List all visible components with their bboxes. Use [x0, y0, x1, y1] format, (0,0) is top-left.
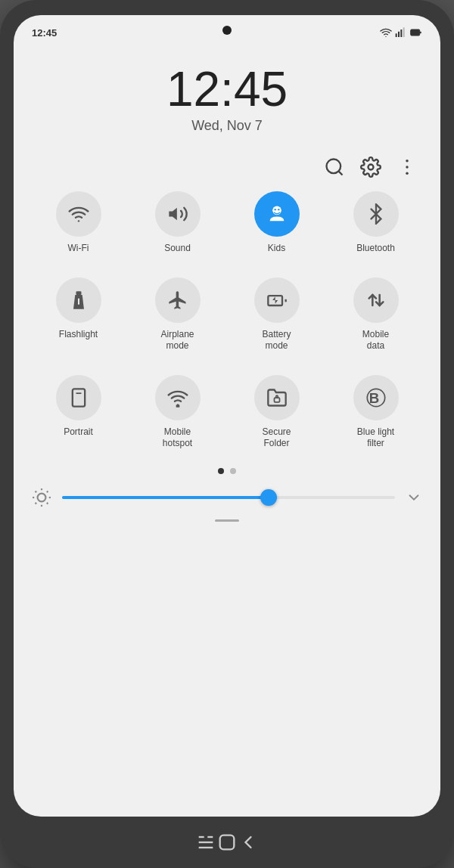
camera-notch: [222, 26, 232, 35]
svg-point-31: [38, 494, 46, 502]
qs-bluelight-circle: B: [353, 375, 399, 420]
svg-point-17: [274, 209, 275, 210]
clock-time: 12:45: [14, 65, 440, 113]
qs-sound-circle: [155, 191, 201, 237]
brightness-thumb[interactable]: [260, 489, 277, 506]
svg-rect-44: [220, 835, 235, 850]
svg-line-35: [47, 503, 48, 504]
svg-rect-3: [400, 29, 402, 37]
svg-point-7: [327, 160, 341, 174]
bluelight-icon: B: [365, 387, 387, 408]
qs-mobiledata[interactable]: Mobiledata: [326, 277, 425, 352]
flashlight-icon: [68, 290, 89, 311]
svg-rect-1: [396, 33, 397, 37]
more-icon[interactable]: [396, 157, 418, 178]
svg-point-13: [77, 220, 79, 222]
qs-hotspot[interactable]: Mobilehotspot: [128, 375, 227, 450]
qs-sound[interactable]: Sound: [128, 191, 227, 255]
qs-bluelight-label: Blue lightfilter: [357, 426, 394, 450]
qs-portrait-circle: [56, 375, 101, 420]
qs-hotspot-label: Mobilehotspot: [163, 426, 192, 450]
svg-line-8: [338, 171, 342, 175]
signal-icon: [395, 26, 407, 39]
qs-grid-row3: Portrait Mobilehotspot: [14, 369, 440, 456]
expand-icon[interactable]: [406, 489, 422, 506]
dot-2: [230, 468, 236, 474]
qs-wifi-circle: [56, 191, 101, 237]
securefolder-icon: [266, 387, 288, 408]
qs-sound-label: Sound: [164, 243, 191, 255]
qs-portrait-label: Portrait: [64, 426, 93, 439]
phone-shell: 12:45: [0, 0, 454, 868]
status-icons: [380, 26, 422, 39]
brightness-icon: [32, 488, 51, 507]
qs-wifi[interactable]: Wi-Fi: [29, 191, 128, 255]
svg-line-38: [36, 503, 37, 504]
qs-airplane[interactable]: Airplanemode: [128, 277, 227, 352]
qs-bluetooth[interactable]: Bluetooth: [326, 191, 425, 255]
qs-kids[interactable]: Kids: [227, 191, 326, 255]
qs-flashlight-label: Flashlight: [59, 329, 98, 341]
qs-airplane-label: Airplanemode: [160, 329, 194, 352]
status-bar: 12:45: [14, 15, 440, 42]
qs-mobiledata-label: Mobiledata: [362, 329, 389, 352]
svg-rect-4: [403, 27, 405, 37]
dot-1: [218, 468, 224, 474]
battery-icon: [410, 26, 422, 39]
qs-bluetooth-circle: [353, 191, 399, 237]
qs-grid-row2: Flashlight Airplanemode: [14, 271, 440, 358]
svg-rect-24: [72, 389, 84, 406]
qs-portrait[interactable]: Portrait: [29, 375, 128, 450]
svg-line-39: [47, 491, 48, 493]
back-icon[interactable]: [238, 832, 259, 853]
clock-area: 12:45 Wed, Nov 7: [14, 42, 440, 141]
mini-bar-line: [215, 519, 239, 522]
qs-kids-label: Kids: [268, 243, 285, 255]
brightness-slider[interactable]: [62, 496, 395, 499]
sound-icon: [167, 203, 188, 225]
mobiledata-icon: [365, 290, 387, 311]
qs-bluelight[interactable]: B Blue lightfilter: [326, 375, 425, 450]
qs-airplane-circle: [155, 277, 201, 323]
svg-point-10: [406, 160, 409, 163]
svg-rect-6: [420, 32, 421, 34]
search-icon[interactable]: [324, 157, 345, 178]
qs-hotspot-circle: [155, 375, 201, 420]
qs-toolbar: [14, 141, 440, 185]
qs-mobiledata-circle: [353, 277, 399, 323]
status-time: 12:45: [32, 27, 57, 39]
mini-bar: [14, 515, 440, 526]
svg-rect-5: [411, 29, 420, 36]
qs-flashlight-circle: [56, 277, 101, 323]
airplane-icon: [167, 290, 188, 311]
svg-point-18: [278, 209, 279, 210]
svg-text:B: B: [368, 390, 378, 406]
qs-kids-circle: [254, 191, 300, 237]
svg-rect-19: [76, 291, 81, 295]
brightness-row: [14, 480, 440, 515]
dots-indicator: [14, 456, 440, 480]
battery-mode-icon: [266, 290, 288, 311]
nav-bar: [150, 817, 304, 868]
qs-securefolder[interactable]: SecureFolder: [227, 375, 326, 450]
settings-icon[interactable]: [360, 157, 381, 178]
svg-point-11: [406, 166, 409, 169]
clock-date: Wed, Nov 7: [14, 118, 440, 134]
svg-marker-14: [169, 208, 177, 220]
qs-battery-label: Batterymode: [262, 329, 291, 352]
recent-apps-icon[interactable]: [195, 832, 216, 853]
svg-rect-28: [274, 398, 279, 402]
qs-securefolder-circle: [254, 375, 300, 420]
svg-point-9: [368, 165, 374, 170]
svg-rect-2: [398, 32, 400, 37]
svg-point-0: [385, 36, 386, 37]
qs-grid-row1: Wi-Fi Sound: [14, 185, 440, 261]
wifi-icon: [68, 203, 89, 225]
svg-rect-27: [176, 405, 179, 408]
qs-flashlight[interactable]: Flashlight: [29, 277, 128, 352]
home-icon[interactable]: [216, 832, 238, 853]
qs-battery-circle: [254, 277, 300, 323]
qs-battery[interactable]: Batterymode: [227, 277, 326, 352]
phone-screen: 12:45: [14, 15, 440, 817]
wifi-status-icon: [380, 26, 392, 39]
